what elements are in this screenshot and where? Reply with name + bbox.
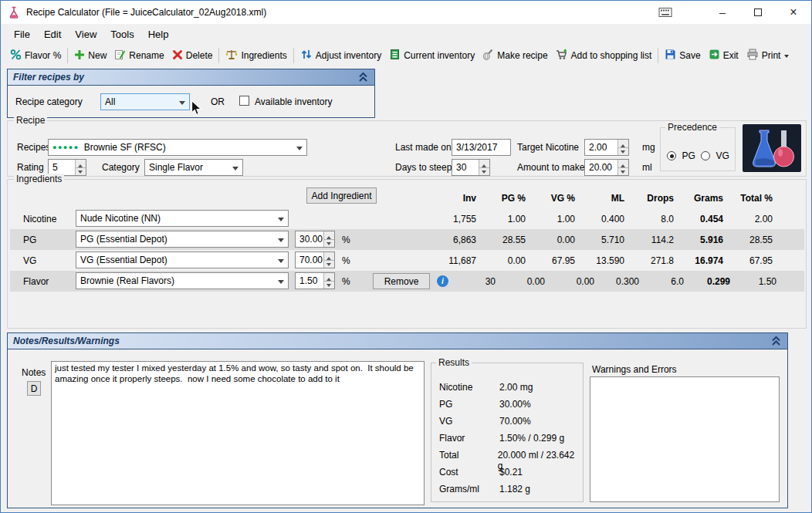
spin-down-button[interactable] — [479, 168, 489, 176]
spin-down-button[interactable] — [324, 240, 334, 248]
result-row: PG30.00% — [439, 399, 580, 416]
ingredient-row-nicotine: Nicotine Nude Nicotine (NN) 1,755 1.00 1… — [10, 208, 804, 229]
column-header: ML — [575, 193, 624, 204]
close-glyph: × — [790, 5, 797, 19]
spin-up-button[interactable] — [76, 160, 86, 168]
rename-pencil-icon — [114, 49, 126, 62]
last-made-input[interactable]: 3/13/2017 — [452, 139, 511, 156]
menu-view[interactable]: View — [68, 25, 103, 43]
spin-up-button[interactable] — [618, 140, 628, 148]
amount-to-make-spinner[interactable]: 20.00 — [584, 159, 629, 176]
warnings-listbox[interactable] — [590, 376, 780, 502]
vg-select[interactable]: VG (Essential Depot) — [76, 251, 289, 268]
print-dropdown-caret-icon — [784, 55, 789, 60]
rating-label: Rating — [17, 162, 44, 173]
menu-edit[interactable]: Edit — [37, 25, 68, 43]
app-window: Recipe Calculator (File = JuiceCalculato… — [0, 0, 812, 513]
spin-up-button[interactable] — [479, 160, 489, 168]
ingredients-button[interactable]: Ingredients — [222, 46, 290, 65]
spin-down-button[interactable] — [618, 148, 628, 156]
precedence-pg-radio[interactable]: PG — [667, 148, 695, 162]
results-rows: Nicotine2.00 mg PG30.00% VG70.00% Flavor… — [439, 382, 580, 501]
column-header: Grams — [674, 193, 723, 204]
exit-icon — [709, 49, 720, 62]
available-inventory-checkbox[interactable] — [239, 96, 249, 106]
spin-up-button[interactable] — [324, 231, 334, 240]
menu-tools[interactable]: Tools — [103, 25, 140, 43]
delete-button[interactable]: Delete — [168, 47, 217, 65]
exit-button[interactable]: Exit — [705, 46, 743, 65]
ml-unit-label: ml — [642, 162, 652, 173]
recipe-group-label: Recipe — [14, 115, 47, 126]
toolbar-separator — [658, 48, 658, 63]
red-x-icon — [172, 49, 183, 62]
vg-percent-spinner[interactable]: 70.00 — [295, 251, 335, 268]
precedence-vg-radio[interactable]: VG — [701, 148, 729, 162]
make-recipe-button[interactable]: Make recipe — [479, 46, 551, 65]
spin-up-button[interactable] — [324, 273, 334, 282]
menu-help[interactable]: Help — [141, 25, 176, 43]
notes-label: Notes — [22, 367, 46, 378]
chevron-down-icon — [278, 238, 284, 245]
floppy-disk-icon — [665, 49, 676, 62]
amount-to-make-label: Amount to make — [517, 162, 584, 173]
result-row: VG70.00% — [439, 416, 580, 433]
spin-down-button[interactable] — [324, 261, 334, 268]
days-to-steep-label: Days to steep — [395, 162, 452, 173]
flavor-percent-spinner[interactable]: 1.50 — [295, 272, 335, 289]
spin-up-button[interactable] — [324, 252, 334, 261]
nicotine-select[interactable]: Nude Nicotine (NN) — [76, 210, 289, 227]
recipe-category-label: Recipe category — [15, 96, 83, 107]
remove-flavor-button[interactable]: Remove — [373, 273, 430, 289]
chevron-down-icon — [296, 147, 303, 154]
save-button[interactable]: Save — [661, 46, 704, 65]
add-to-shopping-list-button[interactable]: Add to shopping list — [552, 46, 656, 65]
pg-select[interactable]: PG (Essential Depot) — [76, 231, 289, 248]
flavor-select[interactable]: Brownie (Real Flavors) — [76, 272, 289, 289]
app-flask-icon — [7, 6, 21, 19]
ingredient-values: 30 0.00 0.00 0.300 6.0 0.299 1.50 — [446, 276, 776, 287]
toolbar: Flavor % New Rename Delete Ingredients A… — [1, 44, 811, 67]
collapse-chevron-icon[interactable] — [357, 72, 369, 83]
target-nicotine-spinner[interactable]: 2.00 — [584, 139, 629, 156]
maximize-button[interactable] — [740, 1, 776, 24]
ingredient-row-pg: PG PG (Essential Depot) 30.00 % 6,863 28… — [10, 229, 804, 250]
clipboard-icon — [389, 49, 401, 62]
flavor-percent-button[interactable]: Flavor % — [6, 46, 65, 65]
shopping-cart-icon — [556, 49, 568, 62]
add-ingredient-button[interactable]: Add Ingredient — [306, 187, 377, 204]
spin-up-button[interactable] — [618, 160, 628, 168]
chevron-down-icon — [232, 167, 239, 174]
notes-textarea[interactable]: just tested my tester I mixed yesterday … — [51, 361, 425, 505]
menu-file[interactable]: File — [7, 25, 37, 43]
days-to-steep-spinner[interactable]: 30 — [452, 159, 490, 176]
recipe-category-select[interactable]: All — [100, 93, 190, 110]
toolbar-separator — [67, 48, 68, 63]
category-select[interactable]: Single Flavor — [144, 159, 243, 176]
print-button[interactable]: Print — [743, 46, 793, 65]
ingredient-values: 11,687 0.00 67.95 13.590 271.8 16.974 67… — [427, 255, 773, 266]
ingredients-group-label: Ingredients — [14, 174, 64, 184]
title-bar: Recipe Calculator (File = JuiceCalculato… — [1, 1, 811, 24]
column-header: VG % — [526, 193, 575, 204]
adjust-inventory-button[interactable]: Adjust inventory — [296, 46, 385, 65]
radio-unselected-icon — [701, 151, 710, 160]
current-inventory-button[interactable]: Current inventory — [385, 46, 479, 65]
percent-sign-label: % — [342, 235, 350, 245]
close-button[interactable]: × — [776, 1, 811, 24]
spin-down-button[interactable] — [618, 168, 628, 176]
touch-keyboard-icon[interactable] — [658, 7, 672, 18]
d-button[interactable]: D — [27, 381, 41, 396]
target-nicotine-label: Target Nicotine — [517, 142, 579, 153]
rename-button[interactable]: Rename — [110, 46, 167, 65]
window-controls: – × — [705, 1, 811, 24]
spin-down-button[interactable] — [76, 168, 86, 176]
minimize-button[interactable]: – — [705, 1, 740, 24]
warnings-label: Warnings and Errors — [592, 364, 677, 375]
recipes-select[interactable]: ●●●●● Brownie SF (RFSC) — [48, 139, 307, 156]
result-row: Grams/ml1.182 g — [439, 484, 580, 501]
spin-down-button[interactable] — [324, 282, 334, 289]
new-button[interactable]: New — [70, 47, 110, 65]
pg-percent-spinner[interactable]: 30.00 — [295, 231, 335, 248]
collapse-chevron-icon[interactable] — [770, 336, 782, 346]
